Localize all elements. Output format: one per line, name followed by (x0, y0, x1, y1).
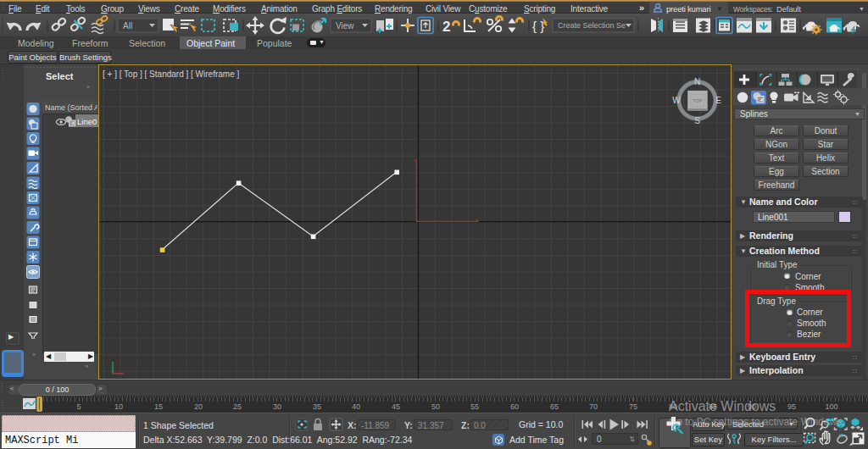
svg-text:All: All (123, 21, 132, 30)
svg-text:View: View (336, 21, 354, 30)
svg-text:W: W (672, 96, 681, 105)
svg-text:{ }: { } (532, 19, 544, 33)
svg-text:TOP: TOP (693, 98, 703, 103)
svg-text:Create Selection Se: Create Selection Se (558, 21, 626, 30)
svg-text:[ + ] [ Top ] [ Standard ] [ W: [ + ] [ Top ] [ Standard ] [ Wireframe ] (103, 69, 239, 79)
svg-text:N: N (694, 77, 700, 86)
svg-text:2: 2 (442, 19, 450, 35)
svg-text:S: S (694, 116, 700, 125)
svg-text:E: E (715, 96, 721, 105)
